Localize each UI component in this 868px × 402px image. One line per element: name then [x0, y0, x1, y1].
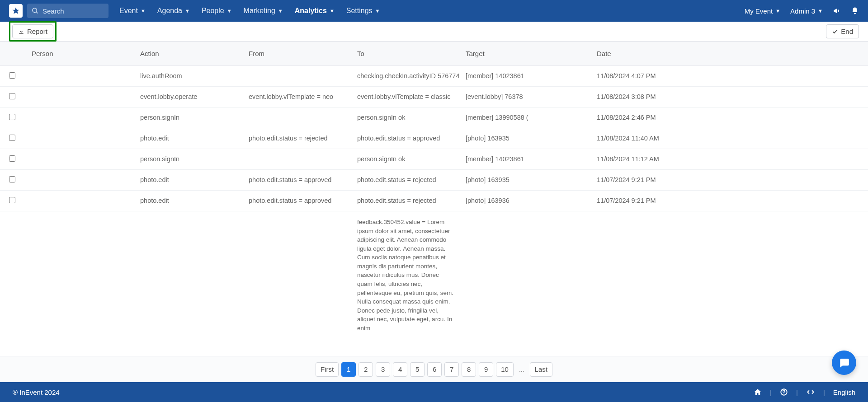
col-header-from: From [249, 50, 357, 57]
cell-action: person.signIn [140, 155, 249, 163]
announcements-icon[interactable] [833, 7, 841, 15]
cell-to: checklog.checkIn.activityID 576774 [357, 72, 466, 79]
cell-from: photo.edit.status = rejected [249, 135, 357, 142]
cell-to: photo.edit.status = rejected [357, 176, 466, 183]
report-button[interactable]: Report [12, 24, 53, 38]
page-10[interactable]: 10 [496, 362, 514, 377]
page-last[interactable]: Last [530, 362, 552, 377]
cell-date: 11/07/2024 9:21 PM [597, 176, 859, 183]
brand-logo[interactable] [9, 4, 23, 18]
search-box[interactable] [27, 4, 108, 18]
download-icon [18, 28, 24, 35]
col-header-action: Action [140, 50, 249, 57]
chat-fab[interactable] [832, 351, 856, 375]
nav-item-marketing[interactable]: Marketing▼ [244, 7, 283, 15]
help-icon[interactable] [780, 388, 788, 396]
footer-copyright: ® InEvent 2024 [13, 388, 60, 396]
table-row: photo.editphoto.edit.status = approvedph… [0, 170, 868, 191]
row-checkbox[interactable] [9, 93, 15, 99]
cell-to: photo.edit.status = approved [357, 135, 466, 142]
cell-action: photo.edit [140, 176, 249, 183]
navbar: Event▼Agenda▼People▼Marketing▼Analytics▼… [0, 0, 868, 22]
nav-item-label: Event [119, 7, 138, 15]
nav-item-analytics[interactable]: Analytics▼ [295, 7, 335, 15]
cell-date: 11/08/2024 11:40 AM [597, 135, 859, 142]
chevron-down-icon: ▼ [141, 8, 146, 14]
table-row: event.lobby.operateevent.lobby.vlTemplat… [0, 87, 868, 108]
chevron-down-icon: ▼ [278, 8, 283, 14]
context-selector[interactable]: My Event ▼ [745, 7, 780, 15]
svg-point-0 [33, 8, 37, 12]
row-checkbox[interactable] [9, 114, 15, 120]
cell-from: photo.edit.status = approved [249, 197, 357, 204]
cell-to: feedback.350452.value = Lorem ipsum dolo… [357, 218, 461, 332]
table-row: feedback.350452.value = Lorem ipsum dolo… [0, 211, 868, 339]
row-checkbox[interactable] [9, 135, 15, 141]
page-4[interactable]: 4 [393, 362, 407, 377]
cell-date: 11/08/2024 4:07 PM [597, 72, 859, 79]
end-button[interactable]: End [826, 24, 859, 38]
user-label: Admin 3 [790, 7, 815, 15]
chevron-down-icon: ▼ [185, 8, 190, 14]
cell-to: event.lobby.vlTemplate = classic [357, 93, 466, 100]
svg-line-1 [36, 12, 38, 13]
end-label: End [841, 28, 853, 35]
nav-item-people[interactable]: People▼ [202, 7, 232, 15]
nav-item-agenda[interactable]: Agenda▼ [157, 7, 190, 15]
user-selector[interactable]: Admin 3 ▼ [790, 7, 823, 15]
cell-target: [event.lobby] 76378 [466, 93, 597, 100]
home-icon[interactable] [754, 388, 762, 396]
cell-to: person.signIn ok [357, 155, 466, 163]
table-row: person.signInperson.signIn ok[member] 14… [0, 149, 868, 170]
cell-target: [photo] 163936 [466, 197, 597, 204]
page-7[interactable]: 7 [444, 362, 459, 377]
cell-action: person.signIn [140, 114, 249, 121]
page-9[interactable]: 9 [479, 362, 493, 377]
table-row: photo.editphoto.edit.status = approvedph… [0, 191, 868, 211]
cell-date: 11/08/2024 11:12 AM [597, 155, 859, 163]
page-3[interactable]: 3 [376, 362, 390, 377]
cell-action: photo.edit [140, 197, 249, 204]
page-first[interactable]: First [316, 362, 339, 377]
footer: ® InEvent 2024 | | | English [0, 382, 868, 402]
page-1[interactable]: 1 [341, 362, 356, 377]
table-row: person.signInperson.signIn ok[member] 13… [0, 108, 868, 128]
page-5[interactable]: 5 [410, 362, 425, 377]
nav-item-event[interactable]: Event▼ [119, 7, 146, 15]
search-input[interactable] [42, 7, 104, 15]
nav-item-label: Agenda [157, 7, 182, 15]
chevron-down-icon: ▼ [330, 8, 335, 14]
cell-from: photo.edit.status = approved [249, 176, 357, 183]
page-2[interactable]: 2 [359, 362, 373, 377]
table-header-row: Person Action From To Target Date [0, 42, 868, 66]
cell-to: person.signIn ok [357, 114, 466, 121]
nav-item-label: Settings [346, 7, 373, 15]
nav-item-label: Marketing [244, 7, 275, 15]
search-icon [32, 7, 39, 14]
cell-date: 11/08/2024 2:46 PM [597, 114, 859, 121]
row-checkbox[interactable] [9, 176, 15, 182]
row-checkbox[interactable] [9, 197, 15, 203]
chevron-down-icon: ▼ [818, 8, 823, 14]
log-table: Person Action From To Target Date live.a… [0, 42, 868, 356]
notifications-icon[interactable] [851, 7, 859, 15]
report-label: Report [27, 28, 47, 35]
nav-item-settings[interactable]: Settings▼ [346, 7, 380, 15]
cell-target: [member] 14023861 [466, 155, 597, 163]
nav-item-label: People [202, 7, 224, 15]
col-header-target: Target [466, 50, 597, 57]
cell-to: photo.edit.status = rejected [357, 197, 466, 204]
language-selector[interactable]: English [833, 388, 855, 396]
code-icon[interactable] [806, 388, 815, 396]
cell-action: live.authRoom [140, 72, 249, 79]
page-8[interactable]: 8 [462, 362, 476, 377]
cell-date: 11/07/2024 9:21 PM [597, 197, 859, 204]
cell-target: [photo] 163935 [466, 176, 597, 183]
main-menu: Event▼Agenda▼People▼Marketing▼Analytics▼… [119, 7, 380, 15]
cell-action: photo.edit [140, 135, 249, 142]
chevron-down-icon: ▼ [227, 8, 232, 14]
row-checkbox[interactable] [9, 72, 15, 79]
row-checkbox[interactable] [9, 155, 15, 162]
col-header-date: Date [597, 50, 859, 57]
page-6[interactable]: 6 [427, 362, 442, 377]
